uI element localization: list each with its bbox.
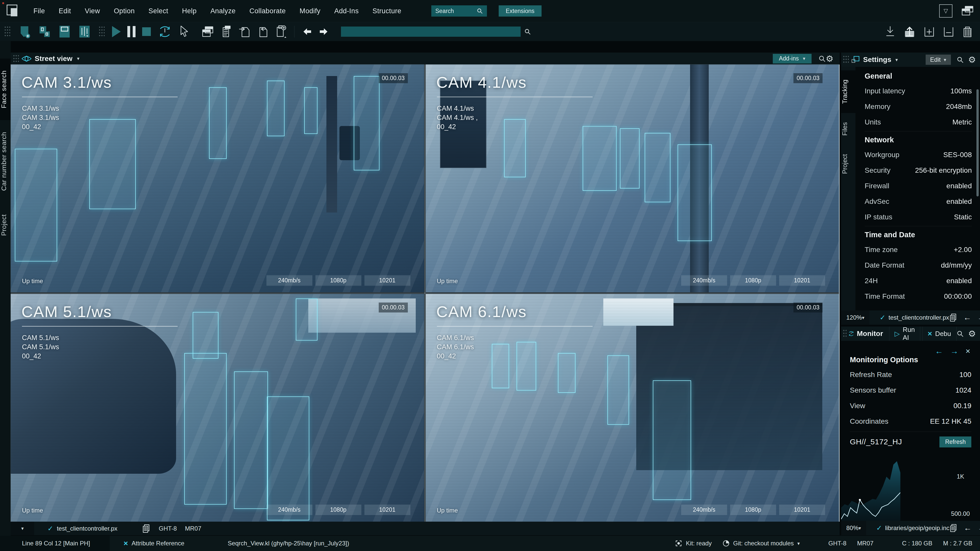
loop-refresh-icon[interactable] (158, 24, 172, 39)
menu-item[interactable]: Option (107, 7, 142, 15)
copy-icon[interactable] (949, 313, 957, 322)
settings-row[interactable]: Date Formatdd/mm/yy (865, 257, 972, 273)
gear-icon[interactable]: ⚙ (968, 329, 976, 338)
close-icon[interactable]: × (124, 540, 128, 547)
footer-dropdown[interactable]: ▾ (11, 522, 34, 535)
settings-row[interactable]: WorkgroupSES-008 (865, 147, 972, 162)
stop-button[interactable] (142, 27, 151, 36)
statusbar-file-label[interactable]: Seqrch_View.kl (ghy/hp-25\hay [run_July2… (228, 540, 349, 547)
git-status[interactable]: Git: checkout modules ▾ (722, 540, 800, 547)
back-arrow-icon[interactable]: ← (964, 524, 972, 533)
back-arrow-icon[interactable]: ← (963, 313, 971, 322)
cascade-windows-icon[interactable] (201, 25, 215, 38)
pause-button[interactable] (127, 26, 135, 37)
gear-icon[interactable]: ⚙ (968, 56, 976, 64)
toolbar-drag-handle[interactable] (99, 26, 105, 38)
viewport-drag-handle[interactable] (13, 54, 19, 63)
settings-vertical-tab[interactable]: Project (841, 145, 856, 183)
settings-vertical-tab[interactable]: Files (841, 113, 856, 145)
export-page-icon[interactable] (257, 25, 269, 38)
attribute-reference-label[interactable]: Attribute Reference (132, 540, 185, 547)
settings-row[interactable]: UnitsMetric (865, 114, 972, 130)
settings-row[interactable]: AdvSecenabled (865, 194, 972, 209)
settings-row[interactable]: 24Henabled (865, 273, 972, 289)
search-icon[interactable] (956, 330, 964, 337)
chevron-down-icon[interactable]: ▾ (77, 56, 80, 62)
sidebar-tab[interactable]: Project (0, 203, 11, 248)
addins-button[interactable]: Add-ins ▾ (773, 54, 811, 64)
trash-icon[interactable] (962, 25, 973, 38)
panel-drag-handle[interactable] (843, 55, 849, 64)
menu-item[interactable]: Help (175, 7, 204, 15)
extensions-button[interactable]: Extensions (499, 5, 542, 17)
settings-row[interactable]: Time Format00:00:00 (865, 289, 972, 304)
copy-icon[interactable] (142, 524, 151, 534)
camera-view-6[interactable]: CAM 6.1/ws CAM 6.1/ws CAM 6.1/ws 00_42 0… (426, 294, 839, 522)
menu-item[interactable]: Analyze (204, 7, 242, 15)
remove-item-icon[interactable] (943, 25, 955, 38)
chevron-down-icon[interactable]: ▾ (895, 57, 898, 63)
forward-arrow-icon[interactable]: → (978, 524, 980, 533)
edit-button[interactable]: Edit ▾ (926, 55, 951, 65)
import-page-icon[interactable] (239, 25, 250, 38)
menu-item[interactable]: Edit (52, 7, 78, 15)
menu-item[interactable]: Modify (293, 7, 328, 15)
play-button[interactable] (112, 26, 121, 37)
sidebar-tab[interactable]: Face search (0, 59, 11, 120)
toolbar-drag-handle[interactable] (4, 26, 10, 38)
cursor-tool-icon[interactable] (179, 25, 190, 38)
add-item-icon[interactable] (923, 25, 935, 38)
monitor-row[interactable]: CoordinatesEE 12 HK 45 (850, 413, 971, 429)
camera-view-5[interactable]: CAM 5.1/ws CAM 5.1/ws CAM 5.1/ws 00_42 0… (11, 294, 424, 522)
toolbar-search-input[interactable] (341, 27, 520, 37)
search-icon[interactable] (524, 28, 531, 35)
settings-row[interactable]: IP statusStatic (865, 209, 972, 225)
menu-item[interactable]: File (27, 7, 52, 15)
zoom-select[interactable]: 120% ▾ (841, 310, 870, 325)
search-icon[interactable] (818, 55, 826, 62)
app-logo-icon[interactable] (6, 5, 21, 17)
upload-icon[interactable] (904, 25, 916, 38)
document-list-icon[interactable] (221, 25, 232, 38)
menu-item[interactable]: Structure (366, 7, 408, 15)
debug-tab[interactable]: × Debu (922, 327, 956, 341)
refresh-button[interactable]: Refresh (939, 437, 971, 448)
settings-row[interactable]: Security256-bit encryption (865, 162, 972, 178)
shape-add-tool-icon[interactable] (17, 25, 32, 38)
settings-row[interactable]: Firewallenabled (865, 178, 972, 194)
back-arrow-icon[interactable]: ← (935, 346, 943, 356)
frame-tool-icon[interactable] (58, 25, 71, 38)
new-page-icon[interactable] (275, 25, 287, 38)
menu-item[interactable]: Collaborate (242, 7, 293, 15)
cascade-windows-icon[interactable] (961, 5, 974, 17)
sidebar-tab[interactable]: Car number search (0, 120, 11, 203)
group-objects-tool-icon[interactable] (38, 25, 51, 38)
zoom-select[interactable]: 80% ▾ (841, 521, 866, 535)
close-icon[interactable]: × (966, 346, 970, 356)
dropdown-box-icon[interactable]: ▽ (939, 4, 953, 17)
monitor-row[interactable]: Sensors buffer1024 (850, 383, 971, 398)
download-icon[interactable] (885, 25, 896, 38)
panel-drag-handle[interactable] (843, 329, 846, 338)
kit-status[interactable]: Kit: ready (675, 540, 711, 547)
gear-icon[interactable]: ⚙ (826, 54, 834, 63)
run-ai-tab[interactable]: ▷ Run AI (889, 327, 920, 341)
forward-arrow-icon[interactable]: → (950, 346, 958, 356)
menu-item[interactable]: Add-Ins (328, 7, 366, 15)
settings-row[interactable]: Time zone+2.00 (865, 242, 972, 257)
forward-arrow-icon[interactable]: → (977, 313, 980, 322)
settings-row[interactable]: Input latency100ms (865, 83, 972, 99)
camera-view-4[interactable]: CAM 4.1/ws CAM 4.1/ws CAM 4.1/ws , 00_42… (426, 65, 839, 292)
settings-row[interactable]: Memory2048mb (865, 99, 972, 114)
menu-item[interactable]: View (78, 7, 107, 15)
adjustments-tool-icon[interactable] (78, 25, 91, 38)
search-icon[interactable] (956, 56, 964, 63)
menu-item[interactable]: Select (142, 7, 175, 15)
menu-search-box[interactable]: Search (431, 5, 487, 17)
monitor-row[interactable]: View00.19 (850, 398, 971, 413)
forward-button[interactable] (319, 27, 329, 36)
scrollbar[interactable] (977, 89, 979, 197)
copy-icon[interactable] (950, 524, 958, 533)
back-button[interactable] (302, 27, 312, 36)
settings-vertical-tab[interactable]: Tracking (841, 70, 856, 113)
